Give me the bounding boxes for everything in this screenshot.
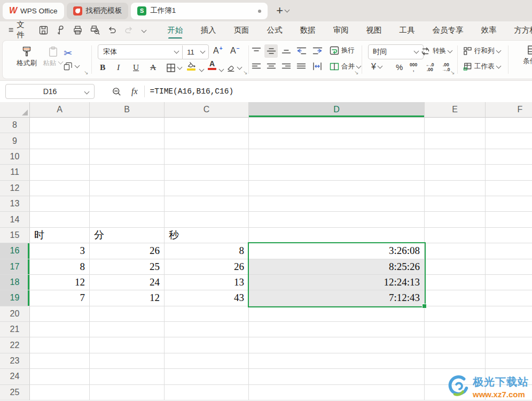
font-color-button[interactable]: A (208, 60, 216, 70)
cell-A19[interactable]: 7 (30, 290, 90, 306)
align-center-button[interactable] (267, 63, 276, 70)
cell-A20[interactable] (30, 306, 90, 322)
thousands-separator-button[interactable]: 000, (410, 63, 417, 72)
tab-workbook1[interactable]: S 工作簿1 (131, 3, 268, 19)
cell-C10[interactable] (165, 149, 249, 165)
cell-C12[interactable] (165, 181, 249, 196)
column-header-B[interactable]: B (90, 102, 165, 118)
redo-icon[interactable] (123, 25, 134, 35)
menu-item-插入[interactable]: 插入 (201, 25, 216, 35)
cell-E9[interactable] (425, 133, 486, 149)
font-name-select[interactable]: 宋体 (98, 47, 173, 57)
cell-C18[interactable]: 13 (165, 275, 249, 290)
conditional-format-button[interactable]: 条件格 (514, 44, 532, 66)
cell-B15[interactable]: 分 (90, 228, 165, 243)
cell-E11[interactable] (425, 165, 486, 180)
fill-color-button[interactable] (186, 61, 195, 71)
row-header-22[interactable]: 22 (0, 337, 30, 353)
cell-B9[interactable] (90, 133, 165, 149)
cell-C22[interactable] (165, 337, 249, 353)
row-header-13[interactable]: 13 (0, 196, 30, 212)
cell-C13[interactable] (165, 196, 249, 212)
cell-C9[interactable] (165, 133, 249, 149)
cell-D16[interactable]: 3:26:08 (249, 243, 425, 259)
cell-E16[interactable] (425, 243, 486, 259)
currency-button[interactable]: ¥ (371, 62, 382, 72)
borders-button[interactable] (166, 63, 182, 73)
cell-F12[interactable] (486, 181, 532, 196)
row-header-23[interactable]: 23 (0, 353, 30, 369)
justify-button[interactable] (296, 63, 306, 70)
cell-F17[interactable] (486, 259, 532, 275)
cell-E20[interactable] (425, 306, 486, 322)
cell-F11[interactable] (486, 165, 532, 180)
menu-item-工具[interactable]: 工具 (400, 25, 415, 35)
strikethrough-button[interactable]: A (150, 63, 156, 72)
cell-B22[interactable] (90, 337, 165, 353)
cell-D17[interactable]: 8:25:26 (249, 259, 425, 275)
cell-A22[interactable] (30, 337, 90, 353)
cell-A16[interactable]: 3 (30, 243, 90, 259)
cut-button[interactable]: ✂ (64, 47, 72, 59)
convert-button[interactable]: 转换 (420, 47, 452, 56)
cell-A10[interactable] (30, 149, 90, 165)
row-header-24[interactable]: 24 (0, 369, 30, 384)
cell-F15[interactable] (486, 228, 532, 243)
cell-F14[interactable] (486, 212, 532, 227)
cell-A13[interactable] (30, 196, 90, 212)
cell-B11[interactable] (90, 165, 165, 180)
cell-C14[interactable] (165, 212, 249, 227)
chevron-down-icon[interactable] (200, 49, 206, 54)
cell-C17[interactable]: 26 (165, 259, 249, 275)
cell-B25[interactable] (90, 385, 165, 400)
cell-E17[interactable] (425, 259, 486, 275)
row-header-10[interactable]: 10 (0, 149, 30, 165)
menu-item-页面[interactable]: 页面 (234, 25, 249, 35)
number-format-select[interactable]: 时间 (368, 44, 424, 59)
cell-A15[interactable]: 时 (30, 228, 90, 243)
cell-C21[interactable] (165, 322, 249, 337)
cell-D21[interactable] (249, 322, 425, 337)
cell-B13[interactable] (90, 196, 165, 212)
print-preview-icon[interactable] (89, 25, 101, 36)
cell-B17[interactable]: 25 (90, 259, 165, 275)
italic-button[interactable]: I (117, 63, 120, 72)
row-header-17[interactable]: 17 (0, 259, 30, 275)
cell-F22[interactable] (486, 337, 532, 353)
menu-item-方方格子[interactable]: 方方格子 (514, 25, 532, 35)
worksheet-button[interactable]: 工作表 (463, 62, 501, 71)
cell-A23[interactable] (30, 353, 90, 369)
number-group-expander[interactable]: ↘ (450, 70, 455, 75)
font-group-expander[interactable]: ↘ (243, 70, 247, 75)
row-header-20[interactable]: 20 (0, 306, 30, 322)
align-top-button[interactable] (252, 47, 261, 55)
cell-F13[interactable] (486, 196, 532, 212)
cell-D13[interactable] (249, 196, 425, 212)
cell-F9[interactable] (486, 133, 532, 149)
cell-B8[interactable] (90, 118, 165, 133)
decrease-font-button[interactable]: A− (230, 45, 240, 56)
cell-B18[interactable]: 24 (90, 275, 165, 290)
cell-D11[interactable] (249, 165, 425, 180)
cell-D22[interactable] (249, 337, 425, 353)
row-header-19[interactable]: 19 (0, 290, 30, 306)
cell-A11[interactable] (30, 165, 90, 180)
cell-D24[interactable] (249, 369, 425, 384)
paste-button[interactable]: 粘贴 (42, 45, 64, 68)
cell-F18[interactable] (486, 275, 532, 290)
cell-A14[interactable] (30, 212, 90, 227)
cell-D18[interactable]: 12:24:13 (249, 275, 425, 290)
cell-C8[interactable] (165, 118, 249, 133)
fill-handle[interactable] (422, 304, 427, 309)
tab-wps-office[interactable]: W WPS Office (3, 3, 64, 19)
tab-list-chevron-icon[interactable] (285, 7, 290, 13)
cell-E18[interactable] (425, 275, 486, 290)
copy-button[interactable] (62, 61, 80, 72)
increase-decimal-button[interactable]: .00→.0 (442, 63, 450, 72)
zoom-out-icon[interactable] (112, 87, 122, 97)
cell-F23[interactable] (486, 353, 532, 369)
cell-B16[interactable]: 26 (90, 243, 165, 259)
cell-E14[interactable] (425, 212, 486, 227)
cell-C16[interactable]: 8 (165, 243, 249, 259)
formula-input[interactable]: =TIME(A16,B16,C16) (150, 87, 234, 96)
